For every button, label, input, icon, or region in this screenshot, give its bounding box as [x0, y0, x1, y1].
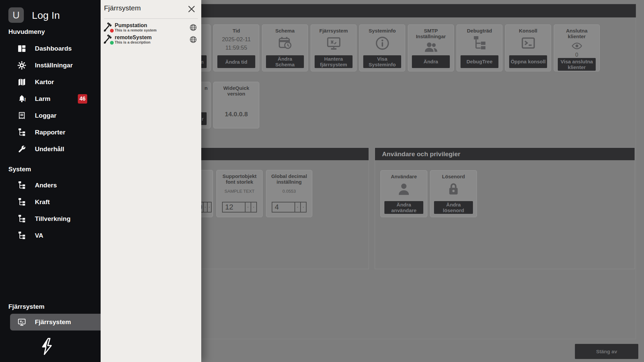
- sidebar-item-inst-llningar[interactable]: Inställningar: [0, 57, 101, 74]
- close-button[interactable]: [186, 3, 197, 15]
- card-schema: SchemaÄndra Schema: [262, 24, 308, 71]
- sidebar-item-label: Tillverkning: [35, 215, 70, 223]
- anvandare-button[interactable]: Ändra användare: [384, 201, 423, 214]
- schema-button[interactable]: Ändra Schema: [266, 55, 304, 68]
- systeminfo-button[interactable]: Visa Systeminfo: [363, 55, 401, 68]
- sidebar-section-title-system: System: [8, 166, 31, 173]
- sidebar-section-list: Fjärrsystem: [0, 314, 101, 330]
- card-title-line: Användare: [391, 174, 417, 179]
- card-losenord: LösenordÄndra lösenord: [430, 170, 477, 217]
- card-title-line: Fjärrsystem: [319, 28, 348, 34]
- card-systeminfo: SysteminfoVisa Systeminfo: [359, 24, 405, 71]
- tree-icon: [17, 128, 26, 137]
- bell-icon: !: [17, 95, 26, 103]
- remote-system-description: This is a remote system: [115, 28, 157, 33]
- card-title-line: SMTP: [416, 28, 446, 34]
- tree-icon: [472, 36, 487, 51]
- globe-icon[interactable]: [189, 36, 197, 44]
- card-konsoll: KonsollÖppna konsoll: [505, 24, 551, 71]
- close-icon: [187, 5, 196, 13]
- main-header-bar: [167, 4, 636, 17]
- divider: [104, 18, 198, 19]
- sidebar-item-va[interactable]: VA: [0, 227, 101, 244]
- gear-icon: [17, 61, 26, 70]
- user-logo-button[interactable]: U: [8, 7, 24, 23]
- people-icon: [423, 40, 439, 55]
- calendar-clock-icon: [277, 36, 293, 51]
- spinner-up-button[interactable]: ·: [294, 202, 300, 212]
- card-title: Global decimalinställning: [271, 173, 307, 185]
- remote-system-icon: [103, 22, 113, 33]
- card-debugtrad: DebugträdDebugTree: [457, 24, 502, 71]
- sidebar-item-kraft[interactable]: Kraft: [0, 194, 101, 210]
- sidebar-item-kartor[interactable]: Kartor: [0, 74, 101, 90]
- sidebar-item-rapporter[interactable]: Rapporter: [0, 124, 101, 141]
- sidebar-item-label: Anders: [35, 182, 57, 189]
- sidebar-item-dashboards[interactable]: Dashboards: [0, 40, 101, 57]
- debugtrad-button[interactable]: DebugTree: [461, 55, 498, 68]
- smtp-installningar-button[interactable]: Ändra: [412, 55, 450, 68]
- sidebar-item-label: Kartor: [35, 78, 54, 86]
- card-title-line: Konsoll: [519, 28, 537, 34]
- sidebar-item-larm[interactable]: !Larm46: [0, 90, 101, 107]
- card-title-line: Lösenord: [442, 174, 465, 179]
- connected-clients-count: 0: [575, 52, 578, 58]
- card-title-line: WideQuick: [223, 85, 249, 91]
- sidebar-item-loggar[interactable]: Loggar: [0, 107, 101, 124]
- card-title: Debugträd: [467, 28, 492, 34]
- remote-system-item-remotesystem[interactable]: remoteSystemThis is a description: [101, 34, 201, 46]
- card-tid: Tid2025-02-1111:59:55Ändra tid: [213, 24, 259, 71]
- tree-icon: [17, 215, 26, 223]
- card-value-line: 2025-02-11: [222, 35, 251, 44]
- spinner-down-button[interactable]: ·: [251, 202, 256, 212]
- wrench-icon: [17, 145, 26, 154]
- sidebar-item-underh-ll[interactable]: Underhåll: [0, 141, 101, 158]
- alarm-count-badge: 46: [78, 94, 87, 104]
- eye-icon: [569, 41, 585, 51]
- card-title-line: font storlek: [222, 179, 257, 185]
- card-title-line: Schema: [275, 28, 295, 34]
- remote-system-name: remoteSystem: [115, 35, 152, 40]
- login-label[interactable]: Log In: [32, 10, 60, 21]
- tree-icon: [17, 231, 26, 240]
- shutdown-button[interactable]: Stäng av: [575, 344, 638, 359]
- remote-desktop-icon: [17, 318, 26, 326]
- sidebar-item-label: Dashboards: [35, 45, 72, 52]
- losenord-button[interactable]: Ändra lösenord: [434, 201, 473, 214]
- sidebar-section-title-huvudmeny: Huvudmeny: [8, 28, 45, 36]
- sidebar-item-tillverkning[interactable]: Tillverkning: [0, 210, 101, 227]
- grid-icon: [17, 44, 26, 53]
- anslutna-klienter-button[interactable]: Visa anslutna klienter: [558, 58, 596, 71]
- supportobjekt-font-spinner[interactable]: 12··: [222, 202, 257, 213]
- spinner-up-button[interactable]: ·: [245, 202, 251, 212]
- remote-system-item-pumpstation[interactable]: PumpstationThis is a remote system: [101, 21, 201, 34]
- sidebar-item-fj-rrsystem[interactable]: Fjärrsystem: [10, 314, 101, 330]
- remote-systems-list: PumpstationThis is a remote systemremote…: [101, 21, 201, 46]
- tree-icon: [17, 198, 26, 206]
- sidebar-item-label: VA: [35, 232, 43, 239]
- sidebar-item-anders[interactable]: Anders: [0, 177, 101, 194]
- card-title-line: Tid: [232, 28, 240, 34]
- card-title: WideQuickversion: [223, 85, 249, 97]
- svg-text:!: !: [24, 97, 26, 102]
- card-title: Lösenord: [442, 174, 465, 179]
- terminal-icon: [521, 36, 536, 51]
- card-value: 2025-02-1111:59:55: [222, 35, 251, 52]
- tid-button[interactable]: Ändra tid: [217, 55, 255, 68]
- sidebar-item-label: Loggar: [35, 112, 56, 119]
- spinner-down-button[interactable]: ·: [300, 202, 306, 212]
- card-supportobjekt-font: Supportobjektfont storlekSAMPLE TEXT12··: [216, 170, 263, 217]
- fjarrsystem-button[interactable]: Hantera fjärrsystem: [315, 55, 353, 68]
- spinner-down-button[interactable]: ·: [207, 202, 211, 212]
- sample-value: 0.0553: [282, 189, 296, 194]
- spinner-up-button[interactable]: ·: [203, 202, 207, 212]
- global-decimal-spinner[interactable]: 4··: [272, 202, 307, 213]
- card-smtp-installningar: SMTPInställningarÄndra: [408, 24, 454, 71]
- card-title: Användare: [391, 174, 417, 179]
- card-title: Konsoll: [519, 28, 537, 34]
- lightning-icon: [38, 337, 56, 356]
- konsoll-button[interactable]: Öppna konsoll: [509, 55, 547, 68]
- card-title: Anslutnaklienter: [566, 28, 587, 39]
- globe-icon[interactable]: [189, 23, 197, 32]
- version-value: 14.0.0.8: [225, 111, 248, 118]
